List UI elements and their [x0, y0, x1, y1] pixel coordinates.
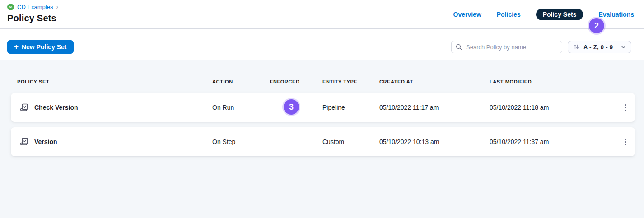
cd-module-icon: ∞	[7, 4, 14, 10]
tab-evaluations[interactable]: Evaluations	[598, 11, 634, 18]
tab-overview[interactable]: Overview	[453, 11, 481, 18]
col-header-enforced: ENFORCED	[268, 79, 322, 84]
sort-selected-value: A - Z, 0 - 9	[583, 44, 617, 51]
entity-type-value: Custom	[322, 138, 379, 145]
toggle-knob	[261, 143, 267, 148]
search-field-wrap	[451, 41, 562, 53]
search-icon	[455, 43, 462, 51]
policy-set-icon	[20, 103, 29, 112]
policy-set-icon	[20, 137, 29, 146]
created-at-value: 05/10/2022 10:13 am	[379, 138, 490, 145]
breadcrumb-chevron-icon: ›	[56, 4, 58, 10]
page-title: Policy Sets	[7, 13, 56, 23]
search-input[interactable]	[451, 41, 562, 53]
plus-icon: +	[14, 42, 19, 51]
top-nav: Overview Policies Policy Sets Evaluation…	[453, 9, 634, 20]
breadcrumb-project-link[interactable]: CD Examples	[17, 4, 53, 10]
policy-sets-table: POLICY SET ACTION ENFORCED ENTITY TYPE C…	[0, 60, 644, 218]
col-header-last-modified: LAST MODIFIED	[490, 79, 616, 84]
table-row[interactable]: Version On Step Custom 05/10/2022 10:13 …	[11, 127, 635, 156]
policy-set-name: Check Version	[34, 104, 78, 111]
action-value: On Step	[212, 138, 268, 145]
row-menu-kebab-icon[interactable]	[616, 136, 635, 148]
annotation-step-badge-3: 3	[284, 99, 299, 115]
col-header-policy-set: POLICY SET	[11, 79, 212, 84]
row-menu-kebab-icon[interactable]	[616, 102, 635, 114]
tab-policies[interactable]: Policies	[497, 11, 521, 18]
last-modified-value: 05/10/2022 11:37 am	[490, 138, 616, 145]
breadcrumb: ∞ CD Examples ›	[7, 4, 58, 10]
table-header-row: POLICY SET ACTION ENFORCED ENTITY TYPE C…	[11, 79, 635, 84]
created-at-value: 05/10/2022 11:17 am	[379, 104, 490, 111]
new-policy-set-button[interactable]: + New Policy Set	[7, 40, 74, 54]
table-row[interactable]: Check Version On Run Pipeline 05/10/2022…	[11, 93, 635, 122]
page-header: ∞ CD Examples › Policy Sets Overview Pol…	[0, 0, 644, 29]
policy-sets-page: ∞ CD Examples › Policy Sets Overview Pol…	[0, 0, 644, 218]
col-header-action: ACTION	[212, 79, 268, 84]
new-policy-set-label: New Policy Set	[22, 43, 67, 51]
policy-set-name: Version	[34, 138, 57, 145]
annotation-step-badge-2: 2	[589, 18, 604, 33]
last-modified-value: 05/10/2022 11:18 am	[490, 104, 616, 111]
chevron-down-icon	[621, 46, 626, 49]
sort-dropdown[interactable]: A - Z, 0 - 9	[568, 41, 631, 53]
toggle-knob	[261, 108, 267, 114]
toolbar: + New Policy Set A - Z, 0 - 9	[0, 29, 644, 60]
col-header-created-at: CREATED AT	[379, 79, 490, 84]
tab-policy-sets[interactable]: Policy Sets	[536, 9, 583, 20]
sort-arrows-icon	[573, 44, 579, 50]
entity-type-value: Pipeline	[322, 104, 379, 111]
action-value: On Run	[212, 104, 268, 111]
col-header-entity-type: ENTITY TYPE	[322, 79, 379, 84]
